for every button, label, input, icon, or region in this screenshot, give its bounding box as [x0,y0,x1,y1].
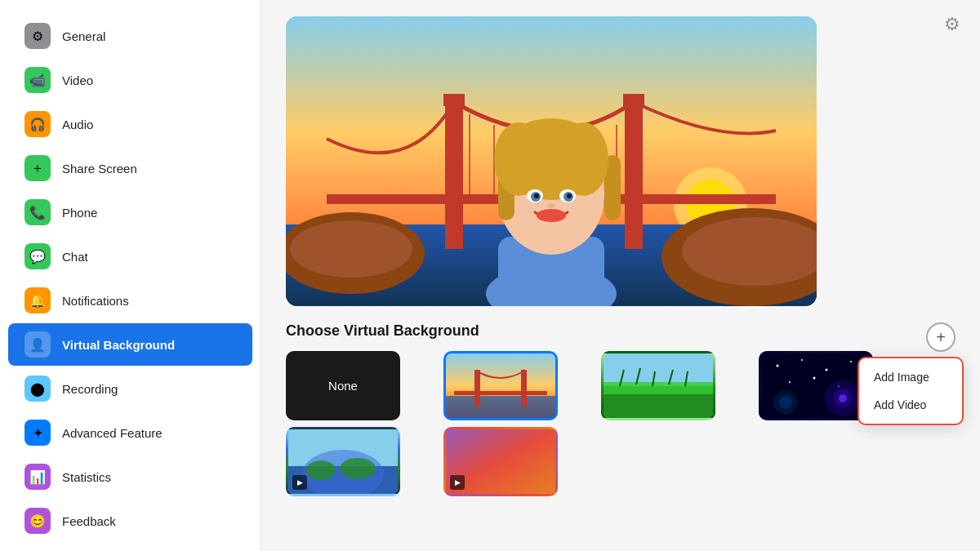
svg-point-55 [850,361,852,362]
svg-point-5 [290,220,412,278]
bg-thumb-space[interactable] [759,351,873,420]
general-icon: ⚙ [24,23,51,49]
sidebar-item-chat[interactable]: 💬Chat [8,235,252,278]
svg-point-62 [839,394,847,402]
add-video-item[interactable]: Add Video [859,391,962,419]
bg-thumb-earth[interactable]: ▶ [286,427,400,496]
svg-rect-39 [446,396,555,418]
video-indicator-earth: ▶ [292,475,307,490]
choose-title: Choose Virtual Background [286,322,910,340]
sidebar-item-statistics[interactable]: 📊Statistics [8,455,252,498]
chat-icon: 💬 [24,243,51,269]
sidebar-label-video: Video [62,73,93,87]
sidebar-item-share-screen[interactable]: ＋Share Screen [8,147,252,189]
video-indicator-gradient: ▶ [450,475,465,490]
sidebar-item-video[interactable]: 📹Video [8,59,252,101]
sidebar-item-recording[interactable]: ⬤Recording [8,367,252,410]
plus-button[interactable]: + [926,322,956,352]
svg-rect-9 [625,98,643,249]
main-content: ⚙ [261,0,980,551]
sidebar-label-chat: Chat [62,250,88,264]
svg-rect-8 [445,98,463,249]
bg-grid: None [286,351,910,496]
sidebar-label-audio: Audio [62,118,93,131]
svg-rect-42 [454,391,547,395]
feedback-icon: 😊 [24,508,51,534]
dropdown-menu: Add Image Add Video [858,357,964,425]
svg-point-54 [826,369,828,371]
svg-point-56 [789,381,791,383]
svg-point-36 [537,209,566,222]
svg-point-35 [567,193,572,198]
sidebar-item-feedback[interactable]: 😊Feedback [8,500,252,542]
svg-point-57 [813,377,816,380]
sidebar-label-virtual-background: Virtual Background [62,338,175,352]
sidebar-item-advanced-feature[interactable]: ✦Advanced Feature [8,411,252,454]
sidebar-label-recording: Recording [62,382,118,396]
bg-thumb-gradient[interactable]: ▶ [443,427,558,496]
sidebar-label-phone: Phone [62,206,97,220]
advanced-feature-icon: ✦ [24,420,51,446]
sidebar-label-statistics: Statistics [62,470,111,484]
bg-thumb-bridge[interactable] [443,351,558,420]
svg-point-52 [777,365,779,367]
add-area: + Add Image Add Video [926,322,956,353]
virtual-background-icon: 👤 [24,331,51,358]
sidebar: ⚙General📹Video🎧Audio＋Share Screen📞Phone💬… [0,0,261,551]
share-screen-icon: ＋ [24,155,51,181]
video-icon: 📹 [24,67,51,93]
svg-point-53 [801,359,803,361]
svg-point-34 [534,193,539,198]
audio-icon: 🎧 [24,111,51,137]
sidebar-label-notifications: Notifications [62,294,129,308]
recording-icon: ⬤ [24,375,51,402]
statistics-icon: 📊 [24,464,51,490]
phone-icon: 📞 [24,199,51,225]
sidebar-item-audio[interactable]: 🎧Audio [8,103,252,145]
svg-point-68 [306,460,336,480]
svg-point-69 [340,458,376,479]
sidebar-item-notifications[interactable]: 🔔Notifications [8,279,252,322]
notifications-icon: 🔔 [24,287,51,313]
preview-container [286,16,817,306]
add-image-item[interactable]: Add Image [859,363,962,391]
choose-left: Choose Virtual Background None [286,322,910,496]
svg-rect-41 [521,370,527,407]
sidebar-label-share-screen: Share Screen [62,162,137,176]
svg-point-64 [779,396,792,409]
sidebar-item-general[interactable]: ⚙General [8,15,252,57]
svg-point-29 [501,133,602,169]
svg-rect-40 [474,370,480,407]
sidebar-label-general: General [62,29,105,43]
bg-thumb-grass[interactable] [601,351,715,420]
choose-section: Choose Virtual Background None [286,322,956,496]
sidebar-item-phone[interactable]: 📞Phone [8,191,252,233]
bg-thumb-none[interactable]: None [286,351,400,420]
svg-point-37 [547,203,555,208]
gear-icon[interactable]: ⚙ [941,13,964,36]
sidebar-label-advanced-feature: Advanced Feature [62,426,163,440]
sidebar-label-feedback: Feedback [62,514,116,528]
sidebar-item-virtual-background[interactable]: 👤Virtual Background [8,323,252,366]
none-label: None [328,379,358,393]
